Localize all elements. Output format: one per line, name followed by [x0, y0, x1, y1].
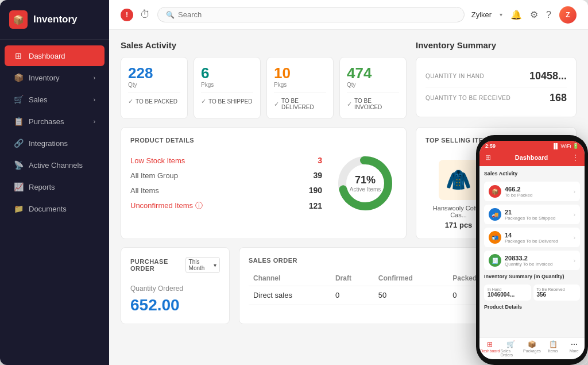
topbar-right: Zylker ▾ 🔔 ⚙ ? Z [471, 6, 577, 24]
packed-value: 228 [128, 66, 180, 80]
phone-nav-packages-label: Packages [523, 349, 541, 353]
purchases-icon: 📋 [14, 117, 23, 126]
phone-delivered-text: 14 Packages To be Delivered [505, 232, 570, 244]
product-stats: Low Stock Items 3 All Item Group 39 All … [130, 156, 322, 211]
check-icon: ✓ [201, 98, 206, 105]
low-stock-value: 3 [318, 156, 322, 165]
phone-nav-items[interactable]: 📋 Items [543, 338, 564, 359]
unconfirmed-value: 121 [309, 201, 322, 210]
phone-inv-title: Inventory Summary (In Quantity) [484, 274, 580, 279]
phone-nav-items-label: Items [548, 349, 558, 353]
invoiced-label: TO BE INVOICED [354, 98, 399, 110]
phone-bottom-nav: ⊞ Dashboard 🛒 Sales Orders 📦 Packages 📋 … [479, 337, 585, 359]
low-stock-row: Low Stock Items 3 [130, 156, 322, 165]
item-group-row: All Item Group 39 [130, 171, 322, 180]
qty-in-hand-value: 10458... [529, 70, 567, 82]
alert-badge[interactable]: ! [121, 9, 133, 21]
phone-card-invoiced: 🧾 20833.2 Quantity To be Invoiced › [484, 251, 580, 270]
delivered-label: TO BE DELIVERED [281, 98, 326, 110]
integrations-icon: 🔗 [14, 139, 23, 148]
sidebar-item-sales[interactable]: 🛒 Sales › [5, 89, 105, 110]
avatar[interactable]: Z [559, 6, 577, 24]
phone-title: Dashboard [494, 154, 568, 161]
phone-inv-hand-val: 1046004... [488, 291, 528, 298]
phone-packed-label: To be Packed [505, 193, 570, 198]
invoiced-unit: Qty [347, 82, 399, 88]
sales-card-delivered: 10 Pkgs ✓ TO BE DELIVERED [266, 57, 334, 119]
phone-nav-packages[interactable]: 📦 Packages [521, 338, 543, 359]
phone-nav-dashboard-label: Dashboard [480, 349, 500, 353]
phone-packed-val: 466.2 [505, 186, 570, 193]
phone-nav-dashboard-icon: ⊞ [487, 340, 493, 348]
sidebar-logo: 📦 Inventory [0, 0, 109, 40]
donut-percentage: 71% [350, 174, 381, 186]
phone-nav-more-icon: ⋯ [571, 340, 578, 348]
phone-nav-more[interactable]: ⋯ More [563, 338, 585, 359]
sidebar-item-purchases[interactable]: 📋 Purchases › [5, 111, 105, 132]
sales-activity-title: Sales Activity [121, 40, 407, 50]
help-icon[interactable]: ? [546, 10, 551, 20]
phone-inv-receive: To Be Received 356 [533, 285, 581, 301]
documents-icon: 📁 [14, 204, 23, 213]
phone-shipped-val: 21 [505, 209, 570, 216]
sales-card-invoiced: 474 Qty ✓ TO BE INVOICED [339, 57, 407, 119]
phone-inv-hand-label: In Hand [488, 287, 528, 291]
search-input[interactable] [178, 10, 456, 19]
phone-shipped-icon: 🚚 [489, 208, 501, 221]
delivered-footer: ✓ TO BE DELIVERED [274, 93, 326, 110]
sidebar-item-label: Inventory [29, 74, 59, 82]
notifications-icon[interactable]: 🔔 [510, 9, 522, 20]
active-items-donut: 71% Active Items [334, 152, 397, 215]
low-stock-label[interactable]: Low Stock Items [130, 156, 185, 165]
sales-cards: 228 Qty ✓ TO BE PACKED 6 Pkgs [121, 57, 407, 119]
inventory-summary: Inventory Summary QUANTITY IN HAND 10458… [416, 40, 577, 119]
sidebar-nav: ⊞ Dashboard 📦 Inventory › 🛒 Sales › 📋 Pu… [0, 40, 109, 365]
sidebar-item-label: Documents [29, 205, 67, 213]
phone-nav-sales[interactable]: 🛒 Sales Orders [501, 338, 522, 359]
sidebar-item-active-channels[interactable]: 📡 Active Channels [5, 155, 105, 175]
unconfirmed-label: Unconfirmed Items ⓘ [130, 201, 203, 211]
phone-packed-text: 466.2 To be Packed [505, 186, 570, 198]
sidebar-item-dashboard[interactable]: ⊞ Dashboard [5, 45, 105, 66]
phone-shipped-label: Packages To be Shipped [505, 216, 570, 221]
chevron-down-icon: ▾ [500, 11, 502, 18]
sidebar-item-label: Dashboard [29, 52, 65, 60]
history-icon[interactable]: ⏱ [140, 9, 150, 21]
search-bar[interactable]: 🔍 [157, 7, 465, 22]
phone-delivered-val: 14 [505, 232, 570, 239]
inventory-icon: 📦 [14, 73, 23, 82]
top-section: Sales Activity 228 Qty ✓ TO BE PACKED [121, 40, 577, 119]
qty-in-hand-label: QUANTITY IN HAND [425, 73, 484, 79]
phone-statusbar: 2:59 ▐▌ WiFi 🔋 [479, 141, 585, 151]
sidebar-item-label: Active Channels [29, 161, 83, 170]
phone-invoiced-val: 20833.2 [505, 255, 570, 262]
sidebar-item-label: Reports [29, 183, 55, 191]
phone-home-icon: ⊞ [485, 153, 491, 162]
sidebar-item-label: Purchases [29, 117, 64, 126]
phone-card-shipped: 🚚 21 Packages To be Shipped › [484, 205, 580, 224]
product-details: PRODUCT DETAILS Low Stock Items 3 All It… [121, 127, 407, 239]
month-select[interactable]: This Month ▾ [185, 257, 220, 273]
phone-nav-dashboard[interactable]: ⊞ Dashboard [479, 338, 501, 359]
phone-menu-icon: ⋮ [572, 153, 579, 162]
chevron-right-icon: › [94, 118, 95, 125]
phone-delivered-icon: 📬 [489, 231, 501, 244]
product-details-inner: Low Stock Items 3 All Item Group 39 All … [130, 152, 397, 215]
phone-invoiced-text: 20833.2 Quantity To be Invoiced [505, 255, 570, 267]
month-label: This Month [189, 259, 212, 271]
phone-nav-sales-label: Sales Orders [501, 349, 522, 357]
sidebar-item-documents[interactable]: 📁 Documents [5, 198, 105, 219]
delivered-value: 10 [274, 66, 326, 80]
dashboard-icon: ⊞ [14, 51, 23, 60]
phone-shipped-text: 21 Packages To be Shipped [505, 209, 570, 221]
sidebar-item-reports[interactable]: 📈 Reports [5, 176, 105, 197]
phone-status-icons: ▐▌ WiFi 🔋 [552, 143, 579, 149]
settings-icon[interactable]: ⚙ [530, 9, 538, 20]
phone-time: 2:59 [485, 143, 496, 149]
phone-invoiced-label: Quantity To be Invoiced [505, 262, 570, 267]
sidebar-item-inventory[interactable]: 📦 Inventory › [5, 67, 105, 88]
chevron-down-icon: ▾ [214, 262, 216, 268]
phone-mockup: 2:59 ▐▌ WiFi 🔋 ⊞ Dashboard ⋮ Sales Activ… [476, 135, 588, 365]
phone-content: Sales Activity 📦 466.2 To be Packed › 🚚 … [479, 166, 585, 337]
sidebar-item-integrations[interactable]: 🔗 Integrations [5, 133, 105, 153]
